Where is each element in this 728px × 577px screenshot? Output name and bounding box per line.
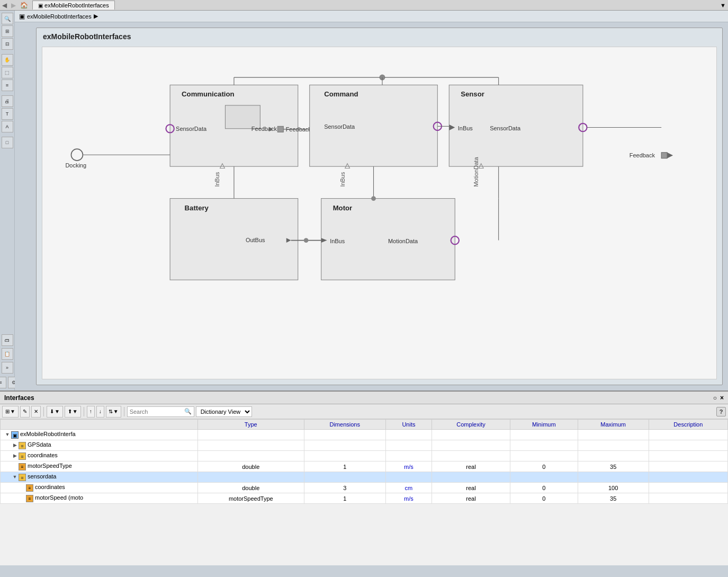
svg-point-42 [304,238,309,243]
svg-text:SensorData: SensorData [176,126,207,132]
search-input[interactable] [130,409,183,415]
table-row[interactable]: ▼▣exMobileRobotInterfa [1,430,728,440]
row-name: exMobileRobotInterfa [20,431,76,437]
tab-label: exMobileRobotInterfaces [44,2,109,8]
tree-toggle[interactable]: ▶ [12,442,17,448]
row-name: coordinates [28,452,58,458]
tree-toggle[interactable]: ▶ [12,453,17,458]
row-complexity: real [432,493,510,504]
row-complexity [432,440,510,451]
diagram-svg: Docking Feedback Communication [42,47,716,379]
table-row[interactable]: ▶≡coordinates [1,451,728,461]
forward-button[interactable]: ▶ [9,2,18,9]
tree-icon: ≡ [19,474,26,481]
row-units [385,451,432,461]
move-down-btn[interactable]: ↓ [96,406,104,418]
expand-bottom[interactable]: » [2,362,13,374]
table-body: ▼▣exMobileRobotInterfa▶≡GPSdata▶≡coordin… [1,430,728,504]
row-type: double [198,461,304,472]
row-complexity: real [432,483,510,493]
svg-text:Battery: Battery [185,204,209,212]
active-tab[interactable]: ▣ exMobileRobotInterfaces [32,1,115,10]
col-type: Type [198,420,304,430]
row-maximum: 100 [578,483,649,493]
col-description: Description [649,420,727,430]
row-type [198,451,304,461]
diagram-area[interactable]: ▣ exMobileRobotInterfaces ▶ exMobileRobo… [15,11,728,390]
move-up-btn[interactable]: ↑ [87,406,95,418]
row-dimensions [304,451,385,461]
row-dimensions: 1 [304,461,385,472]
search-icon: 🔍 [184,408,192,415]
print-button[interactable]: 🖨 [2,95,13,107]
bottom-icon2[interactable]: 📋 [2,348,13,360]
main-layout: 🔍 ⊞ ⊟ ✋ ⬚ ≡ 🖨 T A □ 🗃 📋 » ≡ ⚙ ▣ exMobile… [0,11,728,390]
table-row[interactable]: ▼≡sensordata [1,472,728,483]
interfaces-table: Type Dimensions Units Complexity Minimum… [0,419,728,565]
row-minimum [510,472,578,483]
svg-point-45 [371,196,376,201]
row-maximum: 35 [578,493,649,504]
row-minimum: 0 [510,461,578,472]
home-button[interactable]: 🏠 [18,2,30,9]
svg-text:Communication: Communication [182,90,234,98]
select-button[interactable]: ⬚ [2,67,13,78]
help-button[interactable]: ? [716,407,726,416]
icon-a[interactable]: ≡ [0,377,6,388]
tree-toggle[interactable]: ▼ [5,432,10,437]
canvas[interactable]: exMobileRobotInterfaces Docking Feedback [15,22,728,390]
text-button[interactable]: T [2,108,13,120]
bottom-icon1[interactable]: 🗃 [2,334,13,346]
import-dropdown-icon: ▼ [55,409,60,414]
interfaces-minimize-btn[interactable]: ○ [713,394,717,402]
view3-button[interactable]: ≡ [2,79,13,91]
tree-icon: ≡ [19,463,26,471]
table-row[interactable]: ≡motorSpeedTypedouble1m/sreal035 [1,461,728,472]
tree-toggle[interactable]: ▼ [12,474,17,480]
inner-canvas[interactable]: Docking Feedback Communication [42,47,717,379]
fit-view-button[interactable]: ⊞ [2,25,13,37]
export-btn[interactable]: ⬆ ▼ [65,406,81,418]
interfaces-panel: Interfaces ○ × ⊞ ▼ ✎ ✕ ⬇ ▼ ⬆ ▼ ↑ ↓ ⇅ ▼ [0,390,728,565]
edit-btn[interactable]: ✎ [20,406,30,418]
row-complexity [432,451,510,461]
interfaces-toolbar: ⊞ ▼ ✎ ✕ ⬇ ▼ ⬆ ▼ ↑ ↓ ⇅ ▼ 🔍 Dictionary Vie [0,404,728,419]
row-maximum [578,472,649,483]
row-description [649,472,727,483]
table-row[interactable]: ≡motorSpeed (motomotorSpeedType1m/sreal0… [1,493,728,504]
row-units: cm [385,483,432,493]
row-dimensions: 1 [304,493,385,504]
view-dropdown[interactable]: Dictionary View Flat View Tree View [196,406,252,417]
back-button[interactable]: ◀ [0,2,9,9]
zoom-out-button[interactable]: ⊟ [2,38,13,50]
row-minimum: 0 [510,493,578,504]
zoom-in-button[interactable]: 🔍 [2,13,13,24]
add-icon: ⊞ [5,409,10,414]
breadcrumb-item[interactable]: exMobileRobotInterfaces [27,13,92,20]
annotation-button[interactable]: A [2,121,13,132]
svg-text:MotionData: MotionData [473,157,479,187]
left-toolbar: 🔍 ⊞ ⊟ ✋ ⬚ ≡ 🖨 T A □ 🗃 📋 » ≡ ⚙ [0,11,15,390]
row-type [198,430,304,440]
add-btn[interactable]: ⊞ ▼ [2,406,19,418]
row-type: double [198,483,304,493]
delete-btn[interactable]: ✕ [31,406,41,418]
svg-rect-3 [661,153,667,158]
row-description [649,461,727,472]
breadcrumb-home-icon: ▣ [19,13,25,20]
tab-bar-collapse[interactable]: ▼ [720,2,728,8]
row-dimensions [304,440,385,451]
move-options-btn[interactable]: ⇅ ▼ [106,406,121,418]
table-row[interactable]: ≡coordinatesdouble3cmreal0100 [1,483,728,493]
row-minimum [510,451,578,461]
row-name: motorSpeed (moto [35,494,83,501]
interfaces-close-btn[interactable]: × [720,394,724,402]
row-dimensions [304,472,385,483]
row-units [385,430,432,440]
table-row[interactable]: ▶≡GPSdata [1,440,728,451]
pan-button[interactable]: ✋ [2,54,13,66]
tree-icon: ▣ [11,431,19,439]
row-units [385,440,432,451]
rect-button[interactable]: □ [2,137,13,148]
import-btn[interactable]: ⬇ ▼ [47,406,63,418]
